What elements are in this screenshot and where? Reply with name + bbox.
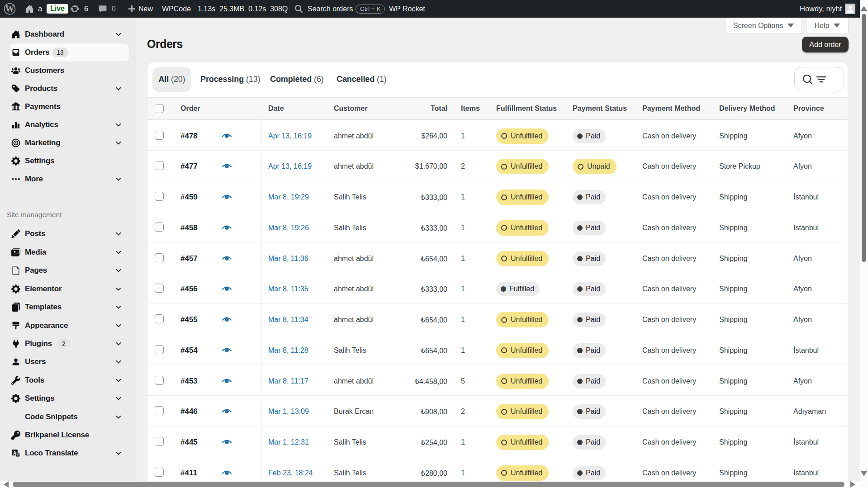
svg-text:W: W (5, 4, 14, 14)
svg-text:文: 文 (16, 453, 19, 457)
